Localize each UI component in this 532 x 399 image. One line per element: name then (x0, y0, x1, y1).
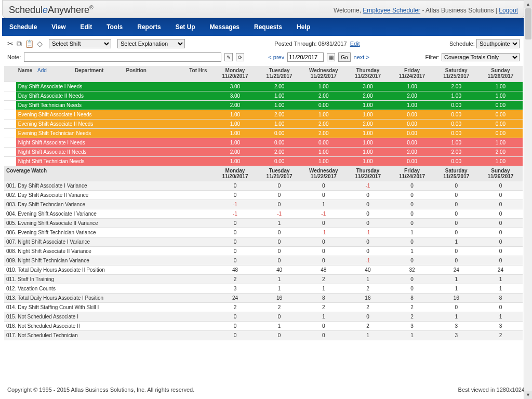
cell[interactable]: 1.00 (345, 128, 390, 138)
cell[interactable]: 1.00 (345, 156, 390, 166)
cell[interactable]: 1.00 (478, 156, 523, 166)
menu-reports[interactable]: Reports (130, 21, 168, 33)
user-link[interactable]: Employee Scheduler (363, 7, 420, 14)
cell[interactable]: 3.00 (345, 82, 390, 91)
cell[interactable]: 0.00 (434, 119, 478, 128)
cell[interactable]: 2.00 (301, 119, 345, 128)
cell[interactable]: 0.00 (434, 110, 478, 119)
cell[interactable]: 2.00 (301, 128, 345, 138)
erase-icon[interactable]: ◇ (37, 39, 43, 48)
cell[interactable]: 0.00 (390, 119, 434, 128)
needs-row[interactable]: 7Night Shift Associate I Needs1.000.000.… (4, 138, 523, 147)
cell[interactable]: 0.00 (478, 119, 523, 128)
cell[interactable]: 2.00 (478, 147, 523, 156)
menu-set-up[interactable]: Set Up (168, 21, 203, 33)
cell[interactable]: 0.00 (257, 138, 301, 147)
cell[interactable]: 1.00 (390, 100, 434, 110)
needs-row[interactable]: 1Day Shift Associate I Needs3.002.001.00… (4, 82, 523, 91)
date-input[interactable] (287, 52, 324, 62)
cell[interactable]: 1.00 (478, 82, 523, 91)
cell[interactable]: 2.00 (257, 82, 301, 91)
cell[interactable]: 0.00 (478, 100, 523, 110)
needs-row[interactable]: 6Evening Shift Technician Needs1.000.002… (4, 128, 523, 138)
cell[interactable]: 1.00 (434, 91, 478, 100)
menu-help[interactable]: Help (289, 21, 317, 33)
cell[interactable]: 2.00 (390, 91, 434, 100)
cell[interactable]: 3.00 (213, 91, 257, 100)
cell[interactable]: 2.00 (434, 82, 478, 91)
next-link[interactable]: next > (354, 54, 369, 60)
note-edit-icon[interactable]: ✎ (224, 53, 233, 61)
cell[interactable]: 0.00 (301, 138, 345, 147)
needs-row[interactable]: 5Evening Shift Associate II Needs1.001.0… (4, 119, 523, 128)
needs-row[interactable]: 2Day Shift Associate II Needs3.001.002.0… (4, 91, 523, 100)
logout-link[interactable]: Logout (499, 7, 518, 14)
needs-row[interactable]: 3Day Shift Technician Needs2.001.000.001… (4, 100, 523, 110)
needs-row[interactable]: 8Night Shift Associate II Needs2.002.001… (4, 147, 523, 156)
cell[interactable]: 0.00 (301, 100, 345, 110)
cell[interactable]: 1.00 (213, 119, 257, 128)
cell[interactable]: 1.00 (478, 138, 523, 147)
cell[interactable]: 1.00 (213, 138, 257, 147)
cell[interactable]: 0.00 (390, 156, 434, 166)
needs-row[interactable]: 4Evening Shift Associate I Needs1.002.00… (4, 110, 523, 119)
paste-icon[interactable]: 📋 (25, 39, 34, 48)
cell[interactable]: 1.00 (301, 156, 345, 166)
cell[interactable]: 0.00 (478, 128, 523, 138)
cell[interactable]: 0.00 (257, 156, 301, 166)
needs-row[interactable]: 9Night Shift Technician Needs1.000.001.0… (4, 156, 523, 166)
add-link[interactable]: Add (37, 68, 47, 73)
note-input[interactable] (24, 52, 221, 62)
prev-link[interactable]: < prev (268, 54, 284, 60)
cell[interactable]: 0.00 (478, 110, 523, 119)
cell[interactable]: 0.00 (390, 110, 434, 119)
cell[interactable]: 1.00 (301, 82, 345, 91)
cell[interactable]: 1.00 (478, 91, 523, 100)
cell[interactable]: 2.00 (434, 147, 478, 156)
scroll-up-icon[interactable]: ▲ (524, 0, 532, 8)
cell[interactable]: 1.00 (345, 138, 390, 147)
menu-view[interactable]: View (44, 21, 73, 33)
cell[interactable]: 2.00 (257, 147, 301, 156)
cell[interactable]: 0.00 (390, 138, 434, 147)
note-save-icon[interactable]: ⟳ (236, 53, 244, 61)
cell[interactable]: 1.00 (390, 82, 434, 91)
go-button[interactable]: Go (338, 52, 350, 62)
cell[interactable]: 1.00 (434, 138, 478, 147)
menu-messages[interactable]: Messages (203, 21, 247, 33)
cell[interactable]: 3.00 (213, 82, 257, 91)
cut-icon[interactable]: ✂ (7, 39, 14, 48)
cell[interactable]: 2.00 (345, 91, 390, 100)
cell[interactable]: 1.00 (213, 128, 257, 138)
menu-tools[interactable]: Tools (99, 21, 130, 33)
cell[interactable]: 1.00 (257, 91, 301, 100)
cell[interactable]: 2.00 (213, 147, 257, 156)
cell[interactable]: 1.00 (301, 110, 345, 119)
cell[interactable]: 2.00 (257, 110, 301, 119)
cell[interactable]: 1.00 (213, 156, 257, 166)
schedule-select[interactable]: Southpointe (476, 39, 520, 48)
menu-edit[interactable]: Edit (73, 21, 100, 33)
cell[interactable]: 0.00 (434, 128, 478, 138)
cell[interactable]: 1.00 (345, 110, 390, 119)
cell[interactable]: 1.00 (301, 147, 345, 156)
cell[interactable]: 2.00 (301, 91, 345, 100)
cell[interactable]: 2.00 (390, 147, 434, 156)
cell[interactable]: 0.00 (434, 100, 478, 110)
cell[interactable]: 1.00 (257, 119, 301, 128)
cell[interactable]: 1.00 (345, 100, 390, 110)
cell[interactable]: 0.00 (434, 156, 478, 166)
scroll-down-icon[interactable]: ▼ (524, 391, 532, 399)
copy-icon[interactable]: ⧉ (17, 39, 22, 48)
select-shift[interactable]: Select Shift (49, 39, 111, 48)
menu-schedule[interactable]: Schedule (2, 21, 44, 33)
menu-requests[interactable]: Requests (247, 21, 289, 33)
scroll-thumb[interactable] (525, 8, 531, 39)
scrollbar-vertical[interactable]: ▲ ▼ (524, 0, 532, 399)
cell[interactable]: 0.00 (257, 128, 301, 138)
cell[interactable]: 0.00 (390, 128, 434, 138)
filter-select[interactable]: Coverage Totals Only (442, 53, 520, 61)
posted-edit-link[interactable]: Edit (350, 41, 360, 47)
cell[interactable]: 2.00 (213, 100, 257, 110)
cell[interactable]: 1.00 (345, 147, 390, 156)
